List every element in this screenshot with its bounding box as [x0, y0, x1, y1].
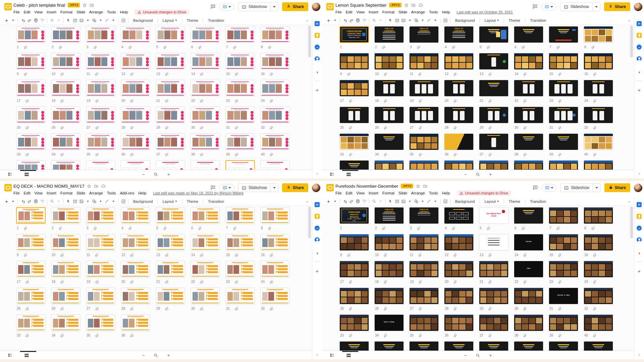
maps-icon[interactable]	[315, 249, 319, 255]
speaker-notes-attachment-icon[interactable]	[419, 334, 422, 337]
speaker-notes-attachment-icon[interactable]	[419, 280, 422, 284]
slide-thumbnail[interactable]	[479, 133, 508, 150]
slide-thumbnail[interactable]	[260, 26, 290, 43]
open-comment-history-icon[interactable]	[533, 185, 538, 190]
zoom-in-button[interactable]: +	[489, 172, 492, 177]
slide-thumbnail[interactable]	[225, 288, 255, 304]
speaker-notes-attachment-icon[interactable]	[235, 72, 238, 76]
insert-shape-options-button[interactable]	[419, 17, 426, 23]
speaker-notes-attachment-icon[interactable]	[453, 72, 457, 76]
speaker-notes-attachment-icon[interactable]	[233, 226, 237, 230]
speaker-notes-attachment-icon[interactable]	[419, 307, 422, 310]
speaker-notes-attachment-icon[interactable]	[384, 253, 387, 257]
slide-thumbnail[interactable]	[409, 133, 439, 150]
menu-edit[interactable]: Edit	[22, 10, 33, 14]
speaker-notes-attachment-icon[interactable]	[591, 45, 595, 49]
slide-thumbnail[interactable]	[51, 234, 80, 251]
keep-icon[interactable]	[637, 214, 642, 219]
menu-tools[interactable]: Tools	[105, 191, 118, 195]
filmstrip-view-button[interactable]	[329, 172, 334, 178]
speaker-notes-attachment-icon[interactable]	[523, 307, 527, 310]
menu-format[interactable]: Format	[380, 191, 396, 195]
menu-format[interactable]: Format	[58, 191, 74, 195]
menu-arrange[interactable]: Arrange	[409, 191, 427, 195]
slide-thumbnail[interactable]	[225, 133, 255, 150]
vertical-scrollbar[interactable]	[630, 206, 633, 238]
menu-arrange[interactable]: Arrange	[87, 191, 105, 195]
speaker-notes-attachment-icon[interactable]	[163, 226, 167, 230]
menu-file[interactable]: File	[11, 10, 22, 14]
speaker-notes-attachment-icon[interactable]	[523, 280, 527, 284]
text-box-button[interactable]	[72, 198, 78, 204]
insert-image-options-button[interactable]	[85, 17, 91, 23]
slide-thumbnail[interactable]	[444, 341, 474, 351]
slide-thumbnail[interactable]	[86, 26, 115, 43]
speaker-notes-attachment-icon[interactable]	[419, 153, 422, 156]
speaker-notes-attachment-icon[interactable]	[453, 334, 457, 337]
transition-button[interactable]: Transition	[205, 18, 227, 22]
slide-thumbnail[interactable]	[16, 26, 46, 43]
insert-image-options-button[interactable]	[85, 198, 91, 204]
speaker-notes-attachment-icon[interactable]	[558, 280, 562, 284]
layout-button[interactable]: Layout	[482, 199, 502, 203]
insert-comment-button[interactable]	[120, 17, 126, 23]
grid-view-button[interactable]	[346, 172, 351, 178]
speaker-notes-attachment-icon[interactable]	[453, 153, 457, 156]
menu-slide[interactable]: Slide	[74, 191, 87, 195]
paint-format-button[interactable]	[39, 17, 45, 23]
speaker-notes-attachment-icon[interactable]	[25, 280, 29, 284]
speaker-notes-attachment-icon[interactable]	[60, 126, 64, 129]
star-icon[interactable]	[404, 3, 409, 7]
vertical-scrollbar[interactable]	[308, 25, 311, 57]
slide-thumbnail[interactable]: TECNO	[514, 234, 543, 251]
hide-side-panel-chevron-icon[interactable]	[315, 352, 319, 358]
speaker-notes-attachment-icon[interactable]	[200, 307, 204, 310]
slide-thumbnail[interactable]: San Miguel Pure Foods	[479, 207, 508, 224]
slide-thumbnail[interactable]: TABLE OF CONTENTS	[444, 26, 474, 43]
move-to-folder-icon[interactable]	[94, 184, 98, 188]
zoom-in-button[interactable]: +	[167, 172, 170, 177]
speaker-notes-attachment-icon[interactable]	[488, 280, 492, 284]
slide-thumbnail[interactable]	[514, 53, 543, 70]
document-status-cloud-icon[interactable]	[418, 3, 423, 7]
insert-image-button[interactable]	[78, 17, 85, 23]
slide-thumbnail[interactable]	[86, 207, 115, 224]
transition-button[interactable]: Transition	[205, 199, 227, 203]
hide-menus-chevron-icon[interactable]	[627, 199, 631, 205]
speaker-notes-attachment-icon[interactable]	[270, 307, 273, 310]
layout-button[interactable]: Layout	[482, 18, 502, 22]
grid-view-button[interactable]	[24, 353, 29, 359]
slide-thumbnail[interactable]	[444, 160, 474, 170]
speaker-notes-attachment-icon[interactable]	[200, 99, 204, 103]
slide-thumbnail[interactable]	[584, 261, 613, 278]
speaker-notes-attachment-icon[interactable]	[347, 253, 351, 257]
slide-thumbnail[interactable]	[191, 80, 220, 97]
menu-help[interactable]: Help	[440, 10, 452, 14]
hide-menus-chevron-icon[interactable]	[627, 18, 631, 24]
document-title[interactable]: Purefoods November-December	[335, 184, 398, 189]
insert-line-button[interactable]	[426, 198, 432, 204]
slide-thumbnail[interactable]	[444, 207, 474, 224]
paint-format-button[interactable]	[361, 17, 367, 23]
slide-thumbnail[interactable]	[121, 207, 150, 224]
slide-thumbnail[interactable]	[16, 160, 46, 170]
slide-thumbnail[interactable]	[444, 261, 474, 278]
speaker-notes-attachment-icon[interactable]	[417, 226, 421, 230]
zoom-options-button[interactable]	[377, 17, 384, 23]
speaker-notes-attachment-icon[interactable]	[270, 126, 273, 129]
speaker-notes-attachment-icon[interactable]	[417, 45, 421, 49]
account-avatar[interactable]	[312, 3, 320, 11]
slide-thumbnail[interactable]	[514, 207, 543, 224]
vertical-scrollbar[interactable]	[308, 206, 311, 238]
speaker-notes-attachment-icon[interactable]	[198, 226, 202, 230]
slide-thumbnail[interactable]	[121, 288, 150, 304]
speaker-notes-attachment-icon[interactable]	[130, 153, 134, 156]
document-title[interactable]: EQ DECK - MACRO MOMS_MAY17	[13, 184, 84, 189]
slide-thumbnail[interactable]	[121, 314, 150, 331]
slide-thumbnail[interactable]	[549, 160, 578, 170]
get-add-ons-button[interactable]: +	[638, 268, 641, 274]
slide-thumbnail[interactable]	[225, 160, 255, 170]
slide-thumbnail[interactable]	[339, 160, 369, 170]
slide-thumbnail[interactable]	[191, 53, 220, 70]
speaker-notes-attachment-icon[interactable]	[270, 280, 273, 284]
